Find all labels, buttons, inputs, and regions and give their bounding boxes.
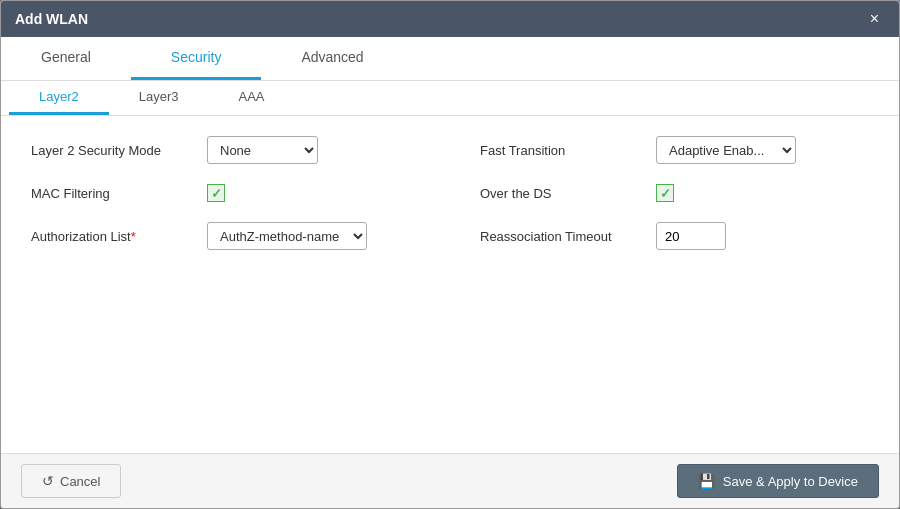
reassociation-timeout-input[interactable] [656,222,726,250]
subtab-layer2[interactable]: Layer2 [9,81,109,115]
over-ds-row: Over the DS [480,184,869,202]
sub-tabs: Layer2 Layer3 AAA [1,81,899,116]
layer2-security-select[interactable]: None WPA+WPA2 802.1X Static WEP CKIP [207,136,318,164]
mac-filtering-label: MAC Filtering [31,186,191,201]
fast-transition-select[interactable]: Adaptive Enab... Enable Disable [656,136,796,164]
over-ds-label: Over the DS [480,186,640,201]
left-column: Layer 2 Security Mode None WPA+WPA2 802.… [31,136,420,250]
fast-transition-label: Fast Transition [480,143,640,158]
tab-security[interactable]: Security [131,37,262,80]
reassociation-timeout-label: Reassociation Timeout [480,229,640,244]
close-button[interactable]: × [864,9,885,29]
form-grid: Layer 2 Security Mode None WPA+WPA2 802.… [31,136,869,250]
save-icon: 💾 [698,473,715,489]
subtab-layer3[interactable]: Layer3 [109,81,209,115]
mac-filtering-row: MAC Filtering [31,184,420,202]
modal-content: Layer 2 Security Mode None WPA+WPA2 802.… [1,116,899,453]
authorization-list-label: Authorization List [31,229,191,244]
modal-title: Add WLAN [15,11,88,27]
tab-general[interactable]: General [1,37,131,80]
right-column: Fast Transition Adaptive Enab... Enable … [480,136,869,250]
save-button[interactable]: 💾 Save & Apply to Device [677,464,879,498]
modal-header: Add WLAN × [1,1,899,37]
reassociation-timeout-row: Reassociation Timeout [480,222,869,250]
cancel-icon: ↺ [42,473,54,489]
modal-footer: ↺ Cancel 💾 Save & Apply to Device [1,453,899,508]
add-wlan-modal: Add WLAN × General Security Advanced Lay… [0,0,900,509]
layer2-security-label: Layer 2 Security Mode [31,143,191,158]
cancel-button[interactable]: ↺ Cancel [21,464,121,498]
layer2-security-row: Layer 2 Security Mode None WPA+WPA2 802.… [31,136,420,164]
tab-advanced[interactable]: Advanced [261,37,403,80]
cancel-label: Cancel [60,474,100,489]
save-label: Save & Apply to Device [723,474,858,489]
top-tabs: General Security Advanced [1,37,899,81]
fast-transition-row: Fast Transition Adaptive Enab... Enable … [480,136,869,164]
subtab-aaa[interactable]: AAA [209,81,295,115]
mac-filtering-checkbox[interactable] [207,184,225,202]
over-ds-checkbox[interactable] [656,184,674,202]
authorization-list-row: Authorization List AuthZ-method-name [31,222,420,250]
authorization-list-select[interactable]: AuthZ-method-name [207,222,367,250]
